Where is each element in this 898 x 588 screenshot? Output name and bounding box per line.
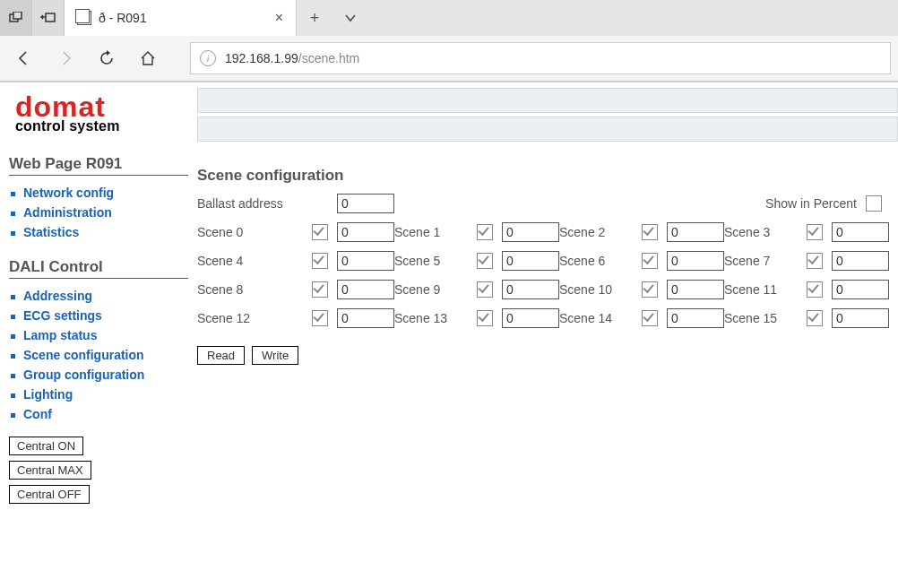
sidebar-item: Lamp status: [9, 325, 188, 345]
nav-dali: AddressingECG settingsLamp statusScene c…: [9, 286, 188, 424]
scene-input[interactable]: [337, 251, 394, 271]
scene-checkbox[interactable]: [807, 253, 823, 269]
page-title: Scene configuration: [197, 167, 898, 185]
scene-checkbox[interactable]: [807, 310, 823, 326]
scene-input[interactable]: [502, 251, 559, 271]
tabs-dropdown-icon[interactable]: [332, 0, 368, 36]
scene-checkbox[interactable]: [312, 281, 328, 298]
scene-input[interactable]: [667, 308, 724, 328]
scene-input[interactable]: [337, 280, 394, 299]
sidebar-item: Conf: [9, 404, 188, 424]
address-text: 192.168.1.99/scene.htm: [225, 51, 359, 65]
nav-web: Network configAdministrationStatistics: [9, 183, 188, 242]
scene-label: Scene 13: [394, 311, 470, 325]
ballast-label: Ballast address: [197, 196, 305, 211]
scene-checkbox[interactable]: [642, 310, 658, 326]
scene-checkbox[interactable]: [477, 253, 493, 269]
page-body: domat control system Web Page R091 Netwo…: [0, 81, 898, 588]
scene-label: Scene 1: [394, 225, 470, 239]
site-info-icon[interactable]: i: [200, 50, 216, 66]
window-overlap-icon[interactable]: [0, 0, 32, 36]
divider: [9, 175, 188, 176]
ballast-input[interactable]: [337, 194, 394, 213]
address-path: /scene.htm: [298, 51, 359, 65]
refresh-button[interactable]: [90, 41, 124, 75]
scene-label: Scene 11: [724, 282, 799, 297]
scene-input[interactable]: [832, 251, 889, 271]
nav-dali-link[interactable]: Group configuration: [23, 368, 144, 382]
scene-checkbox[interactable]: [807, 281, 823, 298]
sidebar-item: Statistics: [9, 222, 188, 242]
scene-input[interactable]: [667, 251, 724, 271]
scene-input[interactable]: [832, 280, 889, 299]
header-banner: [197, 117, 898, 142]
scene-checkbox[interactable]: [642, 224, 658, 240]
divider: [9, 278, 188, 279]
scene-checkbox[interactable]: [312, 253, 328, 269]
scene-input[interactable]: [667, 280, 724, 299]
browser-tab[interactable]: ð - R091 ×: [65, 0, 297, 36]
address-bar[interactable]: i 192.168.1.99/scene.htm: [190, 42, 891, 74]
sidebar-item: Group configuration: [9, 365, 188, 385]
scene-form: Ballast address Show in Percent Scene 0S…: [197, 194, 898, 328]
window-dock-icon[interactable]: [32, 0, 65, 36]
page-icon: [77, 11, 91, 25]
toolbar-row: i 192.168.1.99/scene.htm: [0, 36, 898, 82]
scene-checkbox[interactable]: [477, 281, 493, 298]
tab-close-icon[interactable]: ×: [275, 10, 283, 26]
read-write-row: Read Write: [197, 346, 898, 365]
new-tab-button[interactable]: +: [297, 0, 332, 36]
scene-label: Scene 2: [559, 225, 635, 239]
sidebar-item: ECG settings: [9, 306, 188, 325]
central-button[interactable]: Central OFF: [9, 485, 90, 504]
nav-dali-link[interactable]: Lighting: [23, 387, 73, 402]
scene-input[interactable]: [502, 222, 559, 242]
scene-checkbox[interactable]: [807, 224, 823, 240]
scene-input[interactable]: [832, 308, 889, 328]
sidebar-item: Administration: [9, 203, 188, 222]
central-button[interactable]: Central ON: [9, 437, 83, 455]
nav-web-link[interactable]: Statistics: [23, 225, 79, 239]
scene-checkbox[interactable]: [642, 253, 658, 269]
scene-checkbox[interactable]: [312, 310, 328, 326]
back-button[interactable]: [7, 41, 41, 75]
scene-input[interactable]: [502, 280, 559, 299]
nav-web-link[interactable]: Network config: [23, 186, 114, 200]
scene-label: Scene 9: [394, 282, 470, 297]
sidebar-item: Lighting: [9, 385, 188, 404]
svg-rect-2: [46, 13, 55, 22]
nav-web-link[interactable]: Administration: [23, 205, 112, 220]
scene-label: Scene 5: [394, 254, 470, 268]
nav-dali-link[interactable]: Conf: [23, 407, 52, 421]
tabs-row: ð - R091 × +: [0, 0, 898, 36]
scene-checkbox[interactable]: [477, 310, 493, 326]
write-button[interactable]: Write: [252, 346, 298, 365]
scene-input[interactable]: [337, 308, 394, 328]
central-button[interactable]: Central MAX: [9, 461, 91, 480]
scene-label: Scene 7: [724, 254, 799, 268]
main: Scene configuration Ballast address Show…: [197, 81, 898, 588]
nav-dali-link[interactable]: Addressing: [23, 289, 92, 303]
scene-label: Scene 0: [197, 225, 305, 239]
show-percent-checkbox[interactable]: [866, 195, 882, 212]
scene-checkbox[interactable]: [312, 224, 328, 240]
logo: domat control system: [9, 90, 188, 139]
scene-label: Scene 12: [197, 311, 305, 325]
nav-dali-link[interactable]: ECG settings: [23, 308, 102, 323]
scene-input[interactable]: [832, 222, 889, 242]
scene-checkbox[interactable]: [477, 224, 493, 240]
show-percent-label: Show in Percent: [765, 196, 857, 211]
section-title-dali: DALI Control: [9, 258, 188, 276]
svg-rect-1: [13, 12, 22, 19]
sidebar-item: Scene configuration: [9, 345, 188, 365]
scene-input[interactable]: [502, 308, 559, 328]
home-button[interactable]: [131, 41, 165, 75]
scene-input[interactable]: [667, 222, 724, 242]
scene-checkbox[interactable]: [642, 281, 658, 298]
nav-dali-link[interactable]: Scene configuration: [23, 348, 144, 362]
nav-dali-link[interactable]: Lamp status: [23, 328, 97, 342]
read-button[interactable]: Read: [197, 346, 245, 365]
forward-button[interactable]: [48, 41, 82, 75]
scene-input[interactable]: [337, 222, 394, 242]
scene-label: Scene 15: [724, 311, 799, 325]
